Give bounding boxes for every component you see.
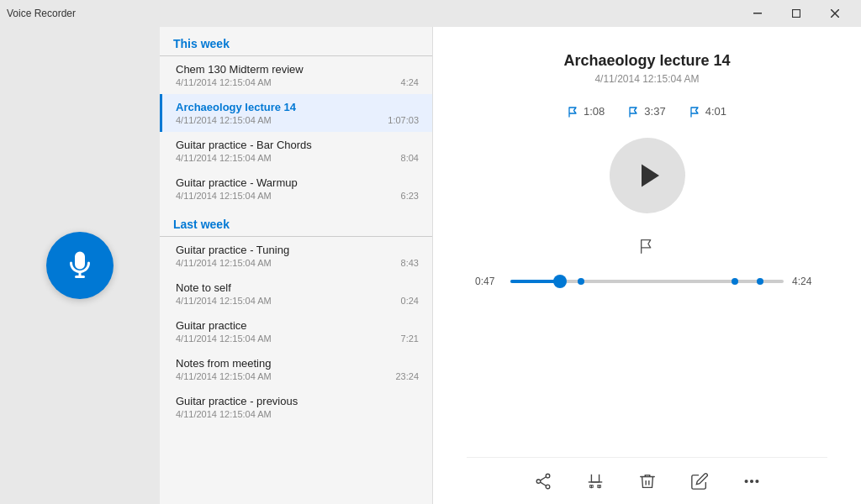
track-date: 4/11/2014 12:15:04 AM xyxy=(594,73,699,85)
track-title: Archaeology lecture 14 xyxy=(563,52,730,70)
item-date: 4/11/2014 12:15:04 AM xyxy=(176,258,272,268)
item-title: Notes from meeting xyxy=(176,357,419,370)
item-title: Guitar practice - Bar Chords xyxy=(176,139,419,151)
marker-time: 3:37 xyxy=(644,105,665,118)
app-body: This weekChem 130 Midterm review4/11/201… xyxy=(0,27,861,504)
marker-dot xyxy=(732,278,738,285)
flag-icon xyxy=(689,106,701,118)
svg-line-8 xyxy=(540,476,546,480)
svg-rect-0 xyxy=(753,13,762,14)
marker-time: 4:01 xyxy=(705,105,726,118)
item-date: 4/11/2014 12:15:04 AM xyxy=(176,153,272,163)
app-title: Voice Recorder xyxy=(7,8,76,19)
item-date: 4/11/2014 12:15:04 AM xyxy=(176,371,272,381)
rename-button[interactable] xyxy=(682,464,717,499)
more-icon xyxy=(742,472,761,491)
item-meta: 4/11/2014 12:15:04 AM6:23 xyxy=(176,191,419,201)
item-title: Chem 130 Midterm review xyxy=(176,63,419,76)
list-item[interactable]: Archaeology lecture 144/11/2014 12:15:04… xyxy=(160,94,432,132)
marker[interactable]: 1:08 xyxy=(568,105,605,118)
close-button[interactable] xyxy=(816,0,854,27)
item-duration: 6:23 xyxy=(401,191,419,201)
svg-point-7 xyxy=(546,485,550,489)
item-title: Archaeology lecture 14 xyxy=(176,101,419,113)
item-duration: 8:43 xyxy=(401,258,419,268)
list-item[interactable]: Note to self4/11/2014 12:15:04 AM0:24 xyxy=(160,275,432,312)
item-meta: 4/11/2014 12:15:04 AM23:24 xyxy=(176,371,419,381)
item-date: 4/11/2014 12:15:04 AM xyxy=(176,409,272,419)
section-header: This week xyxy=(160,27,432,56)
item-duration: 23:24 xyxy=(395,371,419,381)
item-date: 4/11/2014 12:15:04 AM xyxy=(176,333,272,344)
record-button[interactable] xyxy=(46,232,114,299)
marker[interactable]: 3:37 xyxy=(628,105,665,118)
item-duration: 0:24 xyxy=(401,296,419,306)
minimize-button[interactable] xyxy=(738,0,777,27)
list-item[interactable]: Guitar practice - Tuning4/11/2014 12:15:… xyxy=(160,237,432,275)
flag-icon xyxy=(628,106,640,118)
window-controls xyxy=(738,0,854,27)
marker-dot xyxy=(757,278,763,285)
svg-point-6 xyxy=(536,479,541,483)
maximize-button[interactable] xyxy=(777,0,816,27)
play-icon xyxy=(634,160,664,191)
marker-dot xyxy=(578,278,584,285)
item-meta: 4/11/2014 12:15:04 AM0:24 xyxy=(176,296,419,306)
item-date: 4/11/2014 12:15:04 AM xyxy=(176,115,272,125)
item-meta: 4/11/2014 12:15:04 AM7:21 xyxy=(176,333,419,344)
item-duration: 8:04 xyxy=(401,153,419,163)
item-title: Guitar practice - previous xyxy=(176,395,419,407)
item-title: Guitar practice - Tuning xyxy=(176,244,419,256)
list-item[interactable]: Guitar practice - previous4/11/2014 12:1… xyxy=(160,388,432,426)
item-date: 4/11/2014 12:15:04 AM xyxy=(176,191,272,201)
item-title: Guitar practice - Warmup xyxy=(176,176,419,189)
play-area xyxy=(610,138,685,213)
progress-track[interactable] xyxy=(510,280,784,283)
svg-line-9 xyxy=(540,482,546,486)
svg-point-15 xyxy=(745,480,747,482)
share-icon xyxy=(534,472,552,491)
item-meta: 4/11/2014 12:15:04 AM1:07:03 xyxy=(176,115,419,125)
microphone-icon xyxy=(65,250,95,281)
item-meta: 4/11/2014 12:15:04 AM8:43 xyxy=(176,258,419,268)
progress-fill xyxy=(510,280,560,283)
item-duration: 1:07:03 xyxy=(388,115,419,125)
delete-icon xyxy=(638,472,657,491)
rename-icon xyxy=(690,472,709,491)
flag-icon xyxy=(568,106,579,118)
trim-icon xyxy=(586,472,605,491)
svg-point-5 xyxy=(546,474,550,478)
marker[interactable]: 4:01 xyxy=(689,105,726,118)
player-panel: Archaeology lecture 14 4/11/2014 12:15:0… xyxy=(433,27,861,504)
item-duration: 4:24 xyxy=(401,77,419,87)
list-item[interactable]: Chem 130 Midterm review4/11/2014 12:15:0… xyxy=(160,56,432,94)
progress-container: 0:47 4:24 xyxy=(467,276,827,287)
item-meta: 4/11/2014 12:15:04 AM xyxy=(176,409,419,419)
bottom-toolbar xyxy=(467,457,827,504)
svg-rect-1 xyxy=(793,10,800,18)
add-marker-button[interactable] xyxy=(638,237,657,259)
more-button[interactable] xyxy=(734,464,769,499)
item-date: 4/11/2014 12:15:04 AM xyxy=(176,77,272,87)
trim-button[interactable] xyxy=(578,464,613,499)
list-item[interactable]: Guitar practice - Bar Chords4/11/2014 12… xyxy=(160,132,432,170)
recording-list: This weekChem 130 Midterm review4/11/201… xyxy=(160,27,433,504)
item-meta: 4/11/2014 12:15:04 AM8:04 xyxy=(176,153,419,163)
item-title: Note to self xyxy=(176,281,419,294)
progress-thumb[interactable] xyxy=(553,275,567,288)
item-meta: 4/11/2014 12:15:04 AM4:24 xyxy=(176,77,419,87)
delete-button[interactable] xyxy=(630,464,665,499)
flag-icon xyxy=(638,237,657,255)
current-time: 0:47 xyxy=(475,276,502,287)
item-duration: 7:21 xyxy=(401,333,419,344)
titlebar: Voice Recorder xyxy=(0,0,861,27)
list-item[interactable]: Guitar practice4/11/2014 12:15:04 AM7:21 xyxy=(160,312,432,350)
list-item[interactable]: Notes from meeting4/11/2014 12:15:04 AM2… xyxy=(160,350,432,388)
list-item[interactable]: Guitar practice - Warmup4/11/2014 12:15:… xyxy=(160,170,432,207)
total-time: 4:24 xyxy=(792,276,819,287)
item-title: Guitar practice xyxy=(176,319,419,332)
svg-point-16 xyxy=(750,480,753,482)
share-button[interactable] xyxy=(526,464,561,499)
section-header: Last week xyxy=(160,207,432,237)
play-button[interactable] xyxy=(610,138,685,213)
